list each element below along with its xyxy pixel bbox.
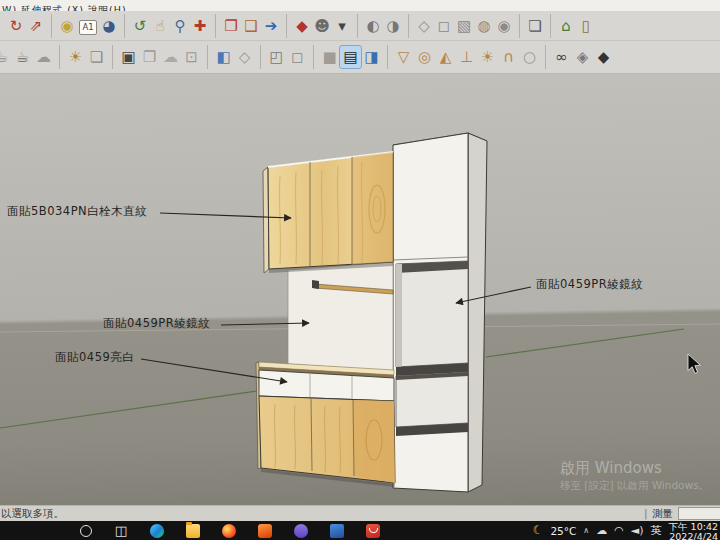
annotation-label-veneer-oak[interactable]: 面貼5B034PN白栓木直紋	[7, 204, 147, 219]
home-icon[interactable]: ⌂	[556, 15, 576, 37]
render-sun-icon[interactable]: ☀	[65, 46, 86, 68]
frame-cloud-ghost-icon[interactable]: ☁	[160, 46, 181, 68]
menu-items[interactable]: W) 延伸程式 (X) 說明(H)	[2, 4, 127, 11]
task-view-icon[interactable]: ◫	[114, 524, 128, 538]
activate-windows-watermark-sub: 移至 [設定] 以啟用 Windows。	[560, 479, 709, 493]
taskbar-icons: ◫	[80, 521, 380, 540]
office-icon[interactable]	[258, 524, 272, 538]
taskbar-clock[interactable]: 下午 10:42 2022/4/24	[669, 522, 718, 540]
box-open-icon[interactable]: ◰	[266, 46, 287, 68]
toolbar-row-2: ☕☕☁☀❏▣❐☁⊡◧◇◰◻■▤◨▽◎◭⊥☀∩○∞◈◆	[0, 41, 720, 74]
onedrive-icon[interactable]: ☁	[596, 521, 607, 540]
vray-plane-light-icon[interactable]: ▽	[393, 46, 414, 68]
tape-measure-icon[interactable]: ◉	[57, 15, 77, 37]
frame-lock-icon[interactable]: ⊡	[181, 46, 202, 68]
section-box-blue-icon[interactable]: ◧	[213, 46, 234, 68]
input-language-indicator[interactable]: 英	[651, 523, 662, 538]
toolbar-separator	[112, 45, 113, 69]
wifi-icon[interactable]: ◠	[614, 521, 624, 540]
render-window-icon[interactable]: ▣	[118, 46, 139, 68]
toolbar-separator	[260, 45, 261, 69]
toolbar-separator	[215, 14, 216, 38]
word-icon[interactable]	[330, 524, 344, 538]
box-blue-icon[interactable]: ◨	[361, 46, 382, 68]
toolbar-separator	[286, 14, 287, 38]
toolbar-separator	[59, 45, 60, 69]
file-explorer-icon[interactable]	[186, 524, 200, 538]
toolbar-separator	[519, 14, 520, 38]
soften-edges-icon[interactable]: ◑	[383, 15, 403, 37]
vray-ies-light-icon[interactable]: ⊥	[456, 46, 477, 68]
toolbar-separator	[207, 45, 208, 69]
tray-chevron-icon[interactable]: ∧	[583, 521, 589, 540]
toolbar-separator	[357, 14, 358, 38]
extension-warehouse-icon[interactable]: ❐	[221, 15, 241, 37]
component-browser-icon[interactable]: ▯	[576, 15, 596, 37]
status-hint: 以選取多項。	[1, 507, 64, 521]
menu-bar[interactable]: W) 延伸程式 (X) 說明(H)	[0, 0, 720, 11]
box-diamond-icon[interactable]: ◈	[572, 46, 593, 68]
style-shaded-icon[interactable]: ◍	[474, 15, 494, 37]
box-diamond-dark-icon[interactable]: ◆	[593, 46, 614, 68]
vray-ring-light-icon[interactable]: ◎	[414, 46, 435, 68]
style-hidden-line-icon[interactable]: ▧	[454, 15, 474, 37]
paint-bucket-icon[interactable]: ◕	[99, 15, 119, 37]
zoom-icon[interactable]: ⚲	[170, 15, 190, 37]
frame-teapot-ghost-icon[interactable]: ❐	[139, 46, 160, 68]
upper-wall-cabinet	[263, 152, 393, 273]
annotation-label-mirror-pattern-right[interactable]: 面貼0459PR綾鏡紋	[536, 277, 643, 292]
section-box-outline-icon[interactable]: ◇	[234, 46, 255, 68]
firefox-icon[interactable]	[222, 524, 236, 538]
toolbar-separator	[408, 14, 409, 38]
toolbar-row-1: ↻⇗◉A1◕↺☝⚲✚❐❑➔◆☻▾◐◑◇◻▧◍◉❏⌂▯	[0, 11, 720, 41]
box-gray-icon[interactable]: ■	[319, 46, 340, 68]
box-dark-striped-icon[interactable]: ▤	[340, 46, 361, 68]
defender-icon[interactable]	[294, 524, 308, 538]
annotation-label-gloss-white[interactable]: 面貼0459亮白	[55, 350, 134, 365]
activate-windows-watermark: 啟用 Windows	[560, 459, 662, 478]
sketchup-icon[interactable]	[366, 524, 380, 538]
toolbar-separator	[124, 14, 125, 38]
sync-model-icon[interactable]: ↻	[6, 15, 26, 37]
sketchup-window: W) 延伸程式 (X) 說明(H) ↻⇗◉A1◕↺☝⚲✚❐❑➔◆☻▾◐◑◇◻▧◍…	[0, 0, 720, 540]
position-camera-icon[interactable]: ❏	[525, 15, 545, 37]
search-icon[interactable]	[80, 525, 92, 537]
render-frame-icon[interactable]: ❏	[86, 46, 107, 68]
annotation-label-mirror-pattern-left[interactable]: 面貼0459PR綾鏡紋	[103, 316, 210, 331]
style-gem-icon[interactable]: ◆	[292, 15, 312, 37]
box-outline-icon[interactable]: ◻	[287, 46, 308, 68]
vray-sphere-icon[interactable]: ○	[519, 46, 540, 68]
pan-hand-icon[interactable]: ☝	[150, 15, 170, 37]
orbit-icon[interactable]: ↺	[130, 15, 150, 37]
zoom-extents-icon[interactable]: ✚	[190, 15, 210, 37]
share-model-icon[interactable]: ➔	[261, 15, 281, 37]
style-textured-icon[interactable]: ◉	[494, 15, 514, 37]
toolbar-separator	[545, 45, 546, 69]
account-caret-icon[interactable]: ▾	[332, 15, 352, 37]
style-wireframe-icon[interactable]: ◻	[434, 15, 454, 37]
style-xray-icon[interactable]: ◇	[414, 15, 434, 37]
status-bar: 以選取多項。 | 測量	[0, 505, 720, 521]
render-teapot-a-icon[interactable]: ☕	[0, 46, 12, 68]
match-photo-icon[interactable]: ∞	[551, 46, 572, 68]
account-icon[interactable]: ☻	[312, 15, 332, 37]
volume-icon[interactable]: ◄)	[631, 521, 644, 540]
vray-spot-light-icon[interactable]: ◭	[435, 46, 456, 68]
text-label-icon[interactable]: A1	[79, 20, 97, 35]
toolbar-separator	[51, 14, 52, 38]
vray-omni-light-icon[interactable]: ☀	[477, 46, 498, 68]
render-cloud-icon[interactable]: ☁	[33, 46, 54, 68]
weather-moon-icon[interactable]: ☾	[533, 521, 544, 540]
edge-icon[interactable]	[150, 524, 164, 538]
status-separator: |	[644, 507, 648, 519]
toolbar-separator	[550, 14, 551, 38]
3d-warehouse-icon[interactable]: ❑	[241, 15, 261, 37]
render-teapot-interactive-icon[interactable]: ☕	[12, 46, 33, 68]
export-model-icon[interactable]: ⇗	[26, 15, 46, 37]
model-viewport[interactable]: 面貼5B034PN白栓木直紋 面貼0459PR綾鏡紋 面貼0459亮白 面貼04…	[0, 74, 720, 505]
measurements-input[interactable]	[678, 507, 720, 520]
shadow-settings-icon[interactable]: ◐	[363, 15, 383, 37]
temperature-label[interactable]: 25°C	[550, 525, 576, 537]
toolbar-separator	[387, 45, 388, 69]
vray-dome-light-icon[interactable]: ∩	[498, 46, 519, 68]
